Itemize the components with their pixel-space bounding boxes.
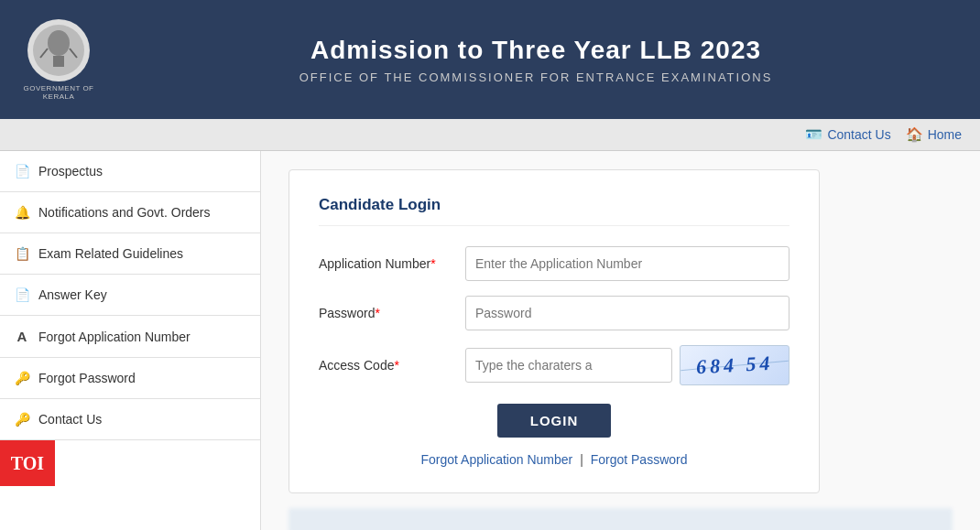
letter-a-icon: A	[15, 329, 29, 344]
captcha-image: 684 54	[680, 345, 789, 385]
key2-icon: 🔑	[15, 412, 29, 427]
header-title: Admission to Three Year LLB 2023	[114, 36, 958, 65]
login-button[interactable]: LOGIN	[497, 404, 612, 438]
login-button-label: LOGIN	[530, 413, 579, 428]
sidebar: 📄 Prospectus 🔔 Notifications and Govt. O…	[0, 151, 261, 530]
required-marker-2: *	[375, 306, 379, 320]
sidebar-item-label: Forgot Application Number	[38, 330, 191, 344]
toi-label: TOI	[11, 453, 44, 474]
required-marker-3: *	[394, 358, 398, 373]
main-layout: 📄 Prospectus 🔔 Notifications and Govt. O…	[0, 151, 980, 530]
sidebar-item-exam-guidelines[interactable]: 📋 Exam Related Guidelines	[0, 233, 260, 275]
sidebar-item-notifications[interactable]: 🔔 Notifications and Govt. Orders	[0, 192, 260, 233]
doc-icon: 📄	[15, 287, 29, 302]
link-separator: |	[580, 452, 583, 467]
contact-card-icon: 🪪	[805, 126, 822, 143]
forgot-links-row: Forgot Application Number | Forgot Passw…	[319, 452, 789, 467]
forgot-application-number-link[interactable]: Forgot Application Number	[420, 452, 576, 467]
top-contact-us-link[interactable]: 🪪 Contact Us	[805, 126, 890, 143]
toi-banner: TOI	[0, 440, 55, 486]
sidebar-item-forgot-app-number[interactable]: A Forgot Application Number	[0, 316, 260, 358]
access-code-label: Access Code*	[319, 358, 465, 373]
sidebar-item-label: Forgot Password	[38, 371, 136, 385]
access-code-input[interactable]	[465, 348, 672, 383]
forgot-password-text: Forgot Password	[591, 452, 688, 467]
bell-icon: 🔔	[15, 205, 29, 220]
sidebar-item-forgot-password[interactable]: 🔑 Forgot Password	[0, 358, 260, 399]
top-home-label: Home	[928, 127, 962, 142]
bottom-blurred-strip	[289, 508, 953, 530]
sidebar-item-label: Notifications and Govt. Orders	[38, 205, 211, 220]
forgot-app-number-text: Forgot Application Number	[420, 452, 572, 467]
logo-container: GOVERNMENT OF KERALA	[22, 18, 95, 101]
key-icon: 🔑	[15, 371, 29, 385]
required-marker: *	[430, 256, 435, 271]
svg-rect-2	[53, 56, 64, 67]
sidebar-item-prospectus[interactable]: 📄 Prospectus	[0, 151, 260, 192]
access-code-label-text: Access Code	[319, 358, 394, 373]
sidebar-item-label: Prospectus	[38, 164, 103, 178]
clipboard-icon: 📋	[15, 246, 29, 261]
password-row: Password*	[319, 296, 789, 330]
main-content: Candidate Login Application Number* Pass…	[261, 151, 980, 530]
logo-label: GOVERNMENT OF KERALA	[22, 84, 95, 101]
logo-image	[27, 19, 90, 81]
svg-point-1	[48, 30, 70, 56]
header-subtitle: OFFICE OF THE COMMISSIONER FOR ENTRANCE …	[114, 70, 958, 84]
top-nav-bar: 🪪 Contact Us 🏠 Home	[0, 119, 980, 151]
login-card: Candidate Login Application Number* Pass…	[289, 169, 820, 493]
access-code-input-group: 684 54	[465, 345, 789, 385]
password-input[interactable]	[465, 296, 789, 330]
sidebar-item-label: Contact Us	[38, 412, 102, 427]
access-code-row: Access Code* 684 54	[319, 345, 789, 385]
home-icon: 🏠	[906, 126, 923, 143]
forgot-password-link[interactable]: Forgot Password	[591, 452, 688, 467]
sidebar-item-label: Answer Key	[38, 287, 107, 302]
top-contact-us-label: Contact Us	[827, 127, 890, 142]
kerala-emblem-icon	[31, 23, 86, 78]
captcha-text: 684 54	[695, 352, 774, 379]
header-text-block: Admission to Three Year LLB 2023 OFFICE …	[114, 36, 958, 84]
application-number-label: Application Number*	[319, 256, 465, 271]
file-icon: 📄	[15, 164, 29, 178]
password-label-text: Password	[319, 306, 375, 320]
sidebar-item-answer-key[interactable]: 📄 Answer Key	[0, 275, 260, 316]
page-header: GOVERNMENT OF KERALA Admission to Three …	[0, 0, 980, 119]
password-label: Password*	[319, 306, 465, 320]
sidebar-item-label: Exam Related Guidelines	[38, 246, 183, 261]
application-number-row: Application Number*	[319, 246, 789, 281]
app-number-label-text: Application Number	[319, 256, 430, 271]
sidebar-item-contact-us[interactable]: 🔑 Contact Us	[0, 399, 260, 440]
application-number-input[interactable]	[465, 246, 789, 281]
login-card-title: Candidate Login	[319, 196, 789, 226]
top-home-link[interactable]: 🏠 Home	[906, 126, 962, 143]
